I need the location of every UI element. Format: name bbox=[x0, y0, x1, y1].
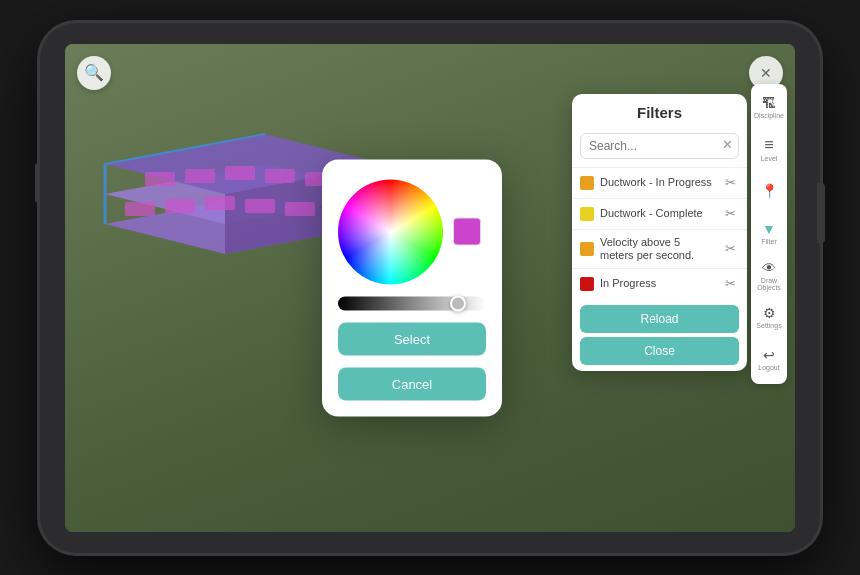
filter-item-ductwork-complete: Ductwork - Complete ✂ bbox=[572, 198, 747, 229]
filter-item-inprogress: In Progress ✂ bbox=[572, 268, 747, 299]
svg-rect-6 bbox=[225, 166, 255, 180]
tablet-frame: 🔍 ✕ Filters ✕ Ductwork - In Progress ✂ D… bbox=[40, 23, 820, 553]
filters-panel: Filters ✕ Ductwork - In Progress ✂ Ductw… bbox=[572, 94, 747, 371]
level-icon: ≡ bbox=[764, 137, 773, 153]
filter-item-ductwork-inprogress: Ductwork - In Progress ✂ bbox=[572, 167, 747, 198]
draw-label: Draw Objects bbox=[753, 277, 785, 291]
filter-action-icon[interactable]: ✂ bbox=[721, 240, 739, 258]
filter-color-swatch bbox=[580, 207, 594, 221]
sidebar-item-discipline[interactable]: 🏗 Discipline bbox=[753, 88, 785, 128]
brightness-slider[interactable] bbox=[338, 296, 486, 310]
search-clear-icon[interactable]: ✕ bbox=[722, 137, 733, 152]
close-icon: ✕ bbox=[760, 65, 772, 81]
filters-title: Filters bbox=[637, 104, 682, 121]
right-sidebar: 🏗 Discipline ≡ Level 📍 ▼ Filter 👁 Draw O… bbox=[751, 84, 787, 384]
svg-rect-10 bbox=[165, 199, 195, 213]
color-wheel[interactable] bbox=[338, 179, 443, 284]
color-select-button[interactable]: Select bbox=[338, 322, 486, 355]
svg-rect-5 bbox=[185, 169, 215, 183]
svg-rect-9 bbox=[125, 202, 155, 216]
color-picker-modal: Select Cancel bbox=[322, 159, 502, 416]
settings-icon: ⚙ bbox=[763, 306, 776, 320]
filter-label-item: Filter bbox=[761, 238, 777, 245]
filters-close-button[interactable]: Close bbox=[580, 337, 739, 365]
slider-thumb bbox=[450, 295, 466, 311]
settings-label: Settings bbox=[756, 322, 781, 329]
filter-label: In Progress bbox=[600, 277, 715, 290]
sidebar-item-settings[interactable]: ⚙ Settings bbox=[753, 298, 785, 338]
reload-button[interactable]: Reload bbox=[580, 305, 739, 333]
filter-color-swatch bbox=[580, 176, 594, 190]
filters-header: Filters bbox=[572, 94, 747, 129]
logout-label: Logout bbox=[758, 364, 779, 371]
search-button[interactable]: 🔍 bbox=[77, 56, 111, 90]
svg-rect-4 bbox=[145, 172, 175, 186]
discipline-icon: 🏗 bbox=[762, 96, 776, 110]
search-input[interactable] bbox=[580, 133, 739, 159]
svg-rect-7 bbox=[265, 169, 295, 183]
filter-action-icon[interactable]: ✂ bbox=[721, 174, 739, 192]
sidebar-item-filter[interactable]: ▼ Filter bbox=[753, 214, 785, 254]
sidebar-item-logout[interactable]: ↩ Logout bbox=[753, 340, 785, 380]
filter-action-icon[interactable]: ✂ bbox=[721, 205, 739, 223]
filter-label: Ductwork - In Progress bbox=[600, 176, 715, 189]
color-cancel-button[interactable]: Cancel bbox=[338, 367, 486, 400]
svg-rect-12 bbox=[245, 199, 275, 213]
filter-color-swatch bbox=[580, 242, 594, 256]
filters-search-container: ✕ bbox=[572, 129, 747, 167]
svg-rect-13 bbox=[285, 202, 315, 216]
filter-label: Ductwork - Complete bbox=[600, 207, 715, 220]
svg-rect-11 bbox=[205, 196, 235, 210]
tablet-screen: 🔍 ✕ Filters ✕ Ductwork - In Progress ✂ D… bbox=[65, 44, 795, 532]
color-preview-swatch bbox=[453, 218, 481, 246]
logout-icon: ↩ bbox=[763, 348, 775, 362]
filter-label: Velocity above 5 meters per second. bbox=[600, 236, 715, 262]
filter-icon: ▼ bbox=[762, 222, 776, 236]
draw-icon: 👁 bbox=[762, 261, 776, 275]
color-wheel-container bbox=[338, 179, 486, 284]
filter-item-velocity: Velocity above 5 meters per second. ✂ bbox=[572, 229, 747, 268]
sidebar-item-level[interactable]: ≡ Level bbox=[753, 130, 785, 170]
filter-color-swatch bbox=[580, 277, 594, 291]
filter-action-icon[interactable]: ✂ bbox=[721, 275, 739, 293]
search-icon: 🔍 bbox=[84, 63, 104, 82]
sidebar-item-draw[interactable]: 👁 Draw Objects bbox=[753, 256, 785, 296]
location-icon: 📍 bbox=[761, 184, 778, 198]
level-label: Level bbox=[761, 155, 778, 162]
filters-actions: Reload Close bbox=[572, 299, 747, 371]
sidebar-item-location[interactable]: 📍 bbox=[753, 172, 785, 212]
discipline-label: Discipline bbox=[754, 112, 784, 119]
